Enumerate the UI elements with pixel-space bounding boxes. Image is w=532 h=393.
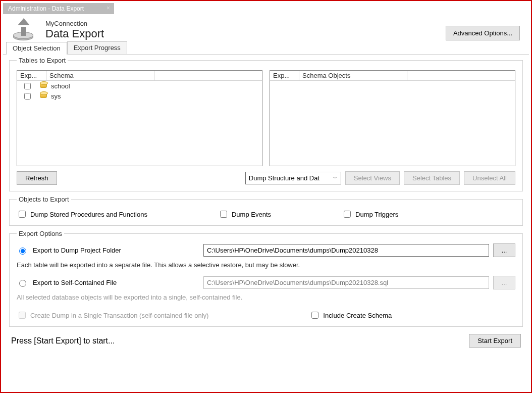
tab-object-selection[interactable]: Object Selection bbox=[6, 42, 67, 55]
checkbox bbox=[19, 312, 26, 319]
schema-row[interactable]: sys bbox=[17, 91, 262, 101]
refresh-button[interactable]: Refresh bbox=[17, 171, 57, 185]
dump-stored-procs-checkbox[interactable]: Dump Stored Procedures and Functions bbox=[17, 209, 147, 219]
export-selfcontained-hint: All selected database objects will be ex… bbox=[17, 292, 515, 305]
window: Administration - Data Export × MyConnect… bbox=[0, 0, 532, 393]
window-title: Administration - Data Export bbox=[8, 5, 84, 12]
objects-to-export-legend: Objects to Export bbox=[17, 195, 71, 203]
schema-checkbox[interactable] bbox=[24, 83, 31, 89]
schema-name: sys bbox=[51, 92, 61, 100]
schema-col-export: Exp... bbox=[17, 71, 46, 80]
status-text: Press [Start Export] to start... bbox=[11, 336, 115, 346]
schema-list-panel[interactable]: Exp... Schema school sys bbox=[17, 70, 262, 166]
export-folder-label: Export to Dump Project Folder bbox=[33, 247, 199, 254]
connection-name: MyConnection bbox=[45, 20, 104, 27]
export-icon bbox=[10, 18, 36, 41]
export-selfcontained-label: Export to Self-Contained File bbox=[33, 279, 199, 286]
export-folder-radio[interactable] bbox=[19, 248, 26, 255]
objects-col-export: Exp... bbox=[270, 71, 299, 80]
tables-to-export-group: Tables to Export Exp... Schema school bbox=[9, 57, 523, 191]
checkbox[interactable] bbox=[311, 312, 318, 319]
dump-events-checkbox[interactable]: Dump Events bbox=[218, 209, 271, 219]
dump-type-select[interactable]: Dump Structure and Dat ﹀ bbox=[245, 172, 341, 184]
checkbox[interactable] bbox=[19, 211, 26, 218]
dump-triggers-checkbox[interactable]: Dump Triggers bbox=[342, 209, 398, 219]
select-tables-button[interactable]: Select Tables bbox=[404, 171, 460, 185]
objects-to-export-group: Objects to Export Dump Stored Procedures… bbox=[9, 195, 523, 226]
schema-objects-panel[interactable]: Exp... Schema Objects bbox=[270, 70, 515, 166]
unselect-all-button[interactable]: Unselect All bbox=[464, 171, 515, 185]
page-title: Data Export bbox=[45, 27, 104, 40]
schema-row[interactable]: school bbox=[17, 81, 262, 91]
checkbox[interactable] bbox=[220, 211, 227, 218]
tab-export-progress[interactable]: Export Progress bbox=[67, 41, 127, 54]
export-selfcontained-radio[interactable] bbox=[19, 280, 26, 287]
advanced-options-button[interactable]: Advanced Options... bbox=[446, 26, 520, 40]
export-options-group: Export Options Export to Dump Project Fo… bbox=[9, 230, 523, 327]
chevron-down-icon: ﹀ bbox=[333, 175, 338, 182]
select-views-button[interactable]: Select Views bbox=[345, 171, 400, 185]
browse-folder-button[interactable]: ... bbox=[493, 243, 515, 257]
tables-to-export-legend: Tables to Export bbox=[17, 57, 68, 64]
tabs: Object Selection Export Progress bbox=[6, 41, 529, 54]
objects-col-name: Schema Objects bbox=[299, 71, 407, 80]
export-selfcontained-path bbox=[203, 276, 489, 289]
close-icon[interactable]: × bbox=[107, 5, 110, 12]
schema-name: school bbox=[51, 82, 70, 90]
single-transaction-checkbox: Create Dump in a Single Transaction (sel… bbox=[17, 310, 208, 320]
checkbox[interactable] bbox=[344, 211, 351, 218]
dump-type-value: Dump Structure and Dat bbox=[249, 174, 320, 182]
export-folder-path[interactable] bbox=[203, 244, 489, 257]
start-export-button[interactable]: Start Export bbox=[469, 334, 521, 348]
schema-col-name: Schema bbox=[46, 71, 154, 80]
schema-checkbox[interactable] bbox=[24, 93, 31, 100]
export-folder-hint: Each table will be exported into a separ… bbox=[17, 260, 515, 273]
export-options-legend: Export Options bbox=[17, 230, 64, 237]
header: Administration - Data Export × MyConnect… bbox=[3, 3, 529, 55]
include-create-schema-checkbox[interactable]: Include Create Schema bbox=[309, 310, 392, 320]
database-icon bbox=[40, 82, 47, 89]
tab-title-bar: Administration - Data Export × bbox=[3, 3, 114, 14]
browse-selfcontained-button: ... bbox=[493, 276, 515, 289]
footer: Press [Start Export] to start... Start E… bbox=[8, 331, 524, 351]
database-icon bbox=[40, 92, 47, 100]
